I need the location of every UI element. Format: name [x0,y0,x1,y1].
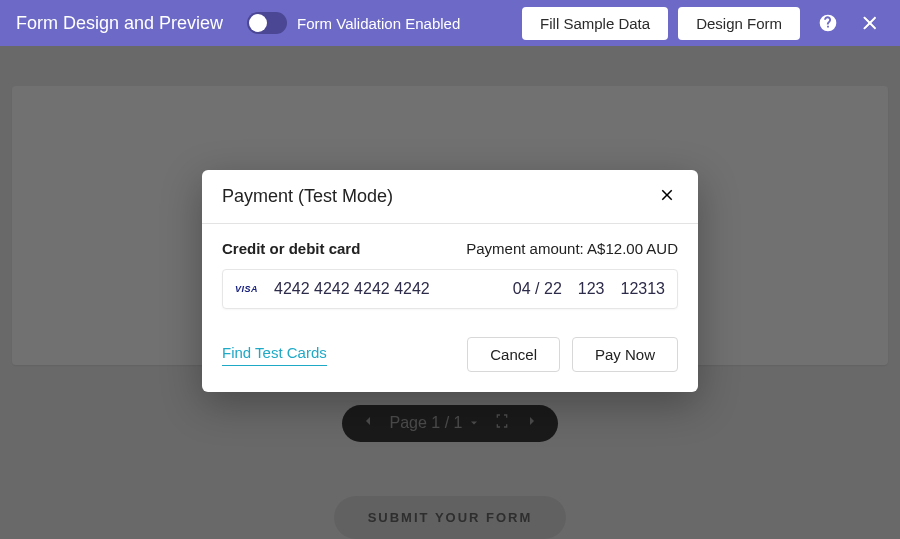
close-header-button[interactable] [856,9,884,37]
close-icon [860,13,880,33]
card-cvc-value: 123 [578,280,605,298]
find-test-cards-link[interactable]: Find Test Cards [222,344,327,366]
payment-amount-label: Payment amount: A$12.00 AUD [466,240,678,257]
modal-body: Credit or debit card Payment amount: A$1… [202,224,698,392]
visa-icon: VISA [235,284,258,294]
card-input[interactable]: VISA 4242 4242 4242 4242 04 / 22 123 123… [222,269,678,309]
modal-labels-row: Credit or debit card Payment amount: A$1… [222,240,678,257]
pay-now-button[interactable]: Pay Now [572,337,678,372]
card-number-value: 4242 4242 4242 4242 [274,280,497,298]
close-icon [658,186,676,204]
top-bar: Form Design and Preview Form Validation … [0,0,900,46]
validation-toggle-wrap: Form Validation Enabled [247,12,460,34]
fill-sample-data-button[interactable]: Fill Sample Data [522,7,668,40]
payment-modal: Payment (Test Mode) Credit or debit card… [202,170,698,392]
help-icon [818,13,838,33]
validation-toggle[interactable] [247,12,287,34]
card-expiry-value: 04 / 22 [513,280,562,298]
help-button[interactable] [814,9,842,37]
modal-close-button[interactable] [656,184,678,209]
page-title: Form Design and Preview [16,13,223,34]
modal-title: Payment (Test Mode) [222,186,393,207]
card-zip-value: 12313 [621,280,666,298]
modal-footer: Find Test Cards Cancel Pay Now [222,337,678,372]
toggle-knob [249,14,267,32]
card-section-label: Credit or debit card [222,240,360,257]
modal-header: Payment (Test Mode) [202,170,698,224]
cancel-button[interactable]: Cancel [467,337,560,372]
validation-toggle-label: Form Validation Enabled [297,15,460,32]
design-form-button[interactable]: Design Form [678,7,800,40]
